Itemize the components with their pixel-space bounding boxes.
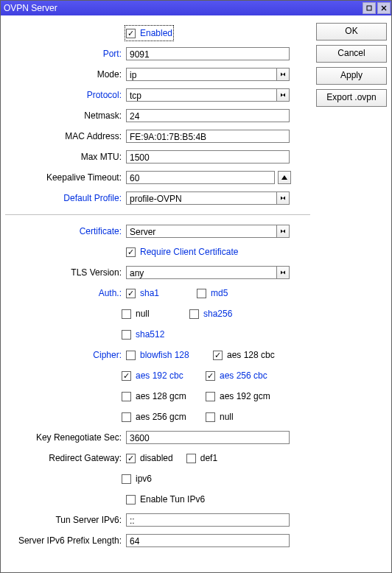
prefix-length-label: Server IPv6 Prefix Length: [5, 535, 126, 546]
cipher-label: Cipher: [5, 350, 126, 360]
keepalive-label: Keepalive Timeout: [5, 172, 126, 183]
spin-up-icon[interactable] [278, 171, 291, 184]
dropdown-icon[interactable] [276, 191, 290, 205]
titlebar-buttons [362, 2, 391, 14]
tls-select[interactable]: any [126, 266, 276, 279]
cipher-aes128gcm-checkbox[interactable] [122, 392, 131, 401]
auth-label: Auth.: [5, 288, 126, 298]
form-panel: ✓ Enabled Port: 9091 Mode: ip [5, 23, 310, 568]
auth-sha256-checkbox[interactable] [189, 309, 199, 319]
keepalive-input[interactable]: 60 [126, 171, 275, 184]
mac-input[interactable]: FE:9A:01:7B:B5:4B [126, 130, 290, 143]
renegotiate-input[interactable]: 3600 [126, 431, 290, 444]
auth-sha256-option[interactable]: sha256 [189, 307, 232, 320]
certificate-select[interactable]: Server [126, 225, 276, 238]
ovpn-server-window: OVPN Server ✓ Enabled Port: [0, 0, 392, 573]
profile-label: Default Profile: [5, 193, 126, 203]
titlebar: OVPN Server [1, 1, 391, 15]
cipher-aes128cbc-option[interactable]: ✓ aes 128 cbc [213, 348, 275, 362]
dropdown-icon[interactable] [276, 225, 290, 238]
cipher-aes128cbc-checkbox[interactable]: ✓ [213, 351, 223, 360]
redirect-disabled-option[interactable]: ✓ disabled [126, 451, 173, 465]
require-client-cert-checkbox[interactable]: ✓ [126, 247, 136, 257]
cipher-aes192cbc-checkbox[interactable]: ✓ [122, 371, 131, 381]
protocol-label: Protocol: [5, 90, 126, 100]
svg-marker-3 [281, 175, 287, 180]
enabled-option[interactable]: ✓ Enabled [126, 27, 172, 40]
cipher-aes256gcm-option[interactable]: aes 256 gcm [122, 410, 195, 423]
auth-sha512-option[interactable]: sha512 [122, 328, 164, 341]
cipher-null-checkbox[interactable] [206, 412, 215, 422]
redirect-label: Redirect Gateway: [5, 453, 126, 463]
dropdown-icon[interactable] [276, 68, 290, 81]
enabled-label: Enabled [140, 28, 172, 38]
apply-button[interactable]: Apply [316, 67, 387, 85]
cipher-aes192gcm-checkbox[interactable] [206, 392, 215, 401]
minimize-icon[interactable] [363, 2, 376, 14]
tls-label: TLS Version: [5, 267, 126, 278]
cipher-aes256gcm-checkbox[interactable] [122, 412, 131, 422]
require-client-cert-label: Require Client Certificate [140, 247, 238, 257]
protocol-select[interactable]: tcp [126, 88, 276, 102]
mac-label: MAC Address: [5, 131, 126, 141]
window-title: OVPN Server [4, 3, 362, 13]
side-buttons: OK Cancel Apply Export .ovpn [316, 23, 387, 568]
cipher-aes192cbc-option[interactable]: ✓ aes 192 cbc [122, 369, 195, 382]
dropdown-icon[interactable] [276, 266, 290, 279]
close-icon[interactable] [377, 2, 391, 14]
auth-md5-option[interactable]: md5 [197, 286, 228, 300]
tun-ipv6-input[interactable]: :: [126, 513, 290, 527]
renegotiate-label: Key Renegotiate Sec: [5, 432, 126, 443]
ok-button[interactable]: OK [316, 23, 387, 41]
cipher-aes128gcm-option[interactable]: aes 128 gcm [122, 390, 195, 403]
svg-rect-0 [367, 6, 371, 10]
redirect-def1-option[interactable]: def1 [186, 451, 217, 465]
mtu-label: Max MTU: [5, 152, 126, 162]
tun-ipv6-label: Tun Server IPv6: [5, 515, 126, 525]
netmask-label: Netmask: [5, 110, 126, 121]
cipher-null-option[interactable]: null [206, 410, 234, 423]
export-ovpn-button[interactable]: Export .ovpn [316, 89, 387, 107]
profile-select[interactable]: profile-OVPN [126, 191, 276, 205]
redirect-ipv6-checkbox[interactable] [122, 474, 131, 484]
mode-select[interactable]: ip [126, 68, 276, 81]
require-client-cert-option[interactable]: ✓ Require Client Certificate [126, 245, 238, 259]
enable-tun-ipv6-checkbox[interactable] [126, 495, 136, 505]
prefix-length-input[interactable]: 64 [126, 534, 290, 547]
dropdown-icon[interactable] [276, 88, 290, 102]
redirect-disabled-checkbox[interactable]: ✓ [126, 454, 136, 463]
auth-sha1-option[interactable]: ✓ sha1 [126, 286, 183, 300]
cipher-blowfish128-option[interactable]: blowfish 128 [126, 348, 200, 362]
auth-md5-checkbox[interactable] [197, 289, 206, 298]
cipher-blowfish128-checkbox[interactable] [126, 351, 136, 360]
cancel-button[interactable]: Cancel [316, 45, 387, 63]
redirect-def1-checkbox[interactable] [186, 454, 196, 463]
cipher-aes192gcm-option[interactable]: aes 192 gcm [206, 390, 270, 403]
certificate-label: Certificate: [5, 226, 126, 236]
enabled-checkbox[interactable]: ✓ [126, 29, 136, 38]
auth-null-option[interactable]: null [122, 307, 179, 320]
netmask-input[interactable]: 24 [126, 109, 290, 122]
auth-sha1-checkbox[interactable]: ✓ [126, 289, 136, 298]
mode-label: Mode: [5, 69, 126, 80]
section-divider [5, 214, 310, 215]
cipher-aes256cbc-checkbox[interactable]: ✓ [206, 371, 215, 381]
auth-null-checkbox[interactable] [122, 309, 131, 319]
port-input[interactable]: 9091 [126, 47, 290, 60]
auth-sha512-checkbox[interactable] [122, 330, 131, 340]
port-label: Port: [5, 49, 126, 59]
cipher-aes256cbc-option[interactable]: ✓ aes 256 cbc [206, 369, 267, 382]
mtu-input[interactable]: 1500 [126, 150, 290, 164]
enable-tun-ipv6-option[interactable]: Enable Tun IPv6 [126, 493, 205, 506]
redirect-ipv6-option[interactable]: ipv6 [122, 472, 152, 485]
